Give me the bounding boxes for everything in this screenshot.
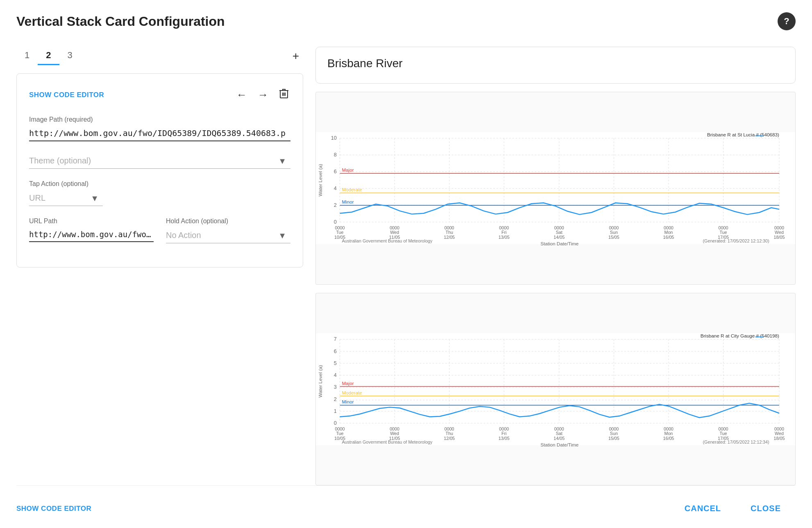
svg-text:0000: 0000: [445, 426, 454, 431]
left-panel: 1 2 3 + SHOW CODE EDITOR ← →: [16, 47, 303, 485]
svg-text:10: 10: [331, 135, 337, 141]
svg-text:4: 4: [334, 372, 337, 378]
svg-text:Mon: Mon: [664, 431, 673, 436]
svg-text:15/05: 15/05: [608, 235, 619, 240]
svg-text:13/05: 13/05: [499, 436, 510, 441]
svg-text:18/05: 18/05: [774, 436, 785, 441]
svg-text:Australian Government Bureau o: Australian Government Bureau of Meteorol…: [342, 238, 433, 243]
svg-text:7: 7: [334, 336, 337, 342]
svg-text:8: 8: [334, 152, 337, 158]
svg-text:13/05: 13/05: [499, 235, 510, 240]
tab-3[interactable]: 3: [59, 47, 81, 65]
svg-text:12/05: 12/05: [444, 235, 455, 240]
image-path-field-group: Image Path (required): [29, 116, 290, 141]
bottom-bar: SHOW CODE EDITOR CANCEL CLOSE: [16, 485, 796, 528]
svg-text:0: 0: [334, 420, 337, 426]
url-path-label: URL Path: [29, 218, 154, 225]
url-path-input[interactable]: [29, 227, 154, 242]
svg-text:0000: 0000: [719, 426, 728, 431]
svg-text:14/05: 14/05: [553, 436, 565, 441]
svg-text:15/05: 15/05: [608, 436, 619, 441]
tab-2[interactable]: 2: [38, 47, 59, 65]
svg-text:Sun: Sun: [610, 431, 618, 436]
theme-field-group: Theme (optional) ▼: [29, 153, 290, 169]
svg-text:18/05: 18/05: [774, 235, 785, 240]
svg-text:Minor: Minor: [342, 399, 354, 404]
svg-text:(Generated: 17/05/2022 12:12:3: (Generated: 17/05/2022 12:12:34): [703, 439, 769, 444]
card-editor-actions: ← →: [235, 86, 290, 104]
tab-add-button[interactable]: +: [288, 48, 303, 64]
svg-text:Wed: Wed: [775, 431, 784, 436]
url-path-field-group: URL Path: [29, 218, 154, 243]
navigate-forward-button[interactable]: →: [256, 87, 270, 103]
svg-text:0000: 0000: [664, 426, 674, 431]
svg-text:1: 1: [334, 408, 337, 414]
svg-text:5: 5: [334, 360, 337, 366]
svg-text:Moderate: Moderate: [342, 187, 362, 192]
tabs-row: 1 2 3 +: [16, 47, 303, 65]
bottom-show-code-link[interactable]: SHOW CODE EDITOR: [16, 505, 91, 513]
svg-text:Sun: Sun: [610, 230, 618, 235]
svg-text:Brisbane R at City Gauge # (54: Brisbane R at City Gauge # (540198): [701, 333, 779, 338]
svg-text:Major: Major: [342, 380, 354, 385]
svg-text:3: 3: [334, 384, 337, 390]
help-button[interactable]: ?: [778, 12, 796, 30]
svg-text:16/05: 16/05: [663, 436, 674, 441]
right-panel: Brisbane River: [315, 47, 796, 485]
svg-text:2: 2: [334, 202, 337, 208]
svg-text:0000: 0000: [774, 426, 784, 431]
svg-text:Tue: Tue: [719, 230, 727, 235]
svg-text:0000: 0000: [445, 225, 454, 230]
hold-action-select[interactable]: No Action: [166, 227, 290, 243]
svg-text:0000: 0000: [609, 225, 619, 230]
hold-action-label: Hold Action (optional): [166, 218, 290, 225]
show-code-editor-link[interactable]: SHOW CODE EDITOR: [29, 91, 104, 99]
svg-text:Mon: Mon: [664, 230, 673, 235]
image-path-label: Image Path (required): [29, 116, 290, 123]
theme-select[interactable]: Theme (optional): [29, 153, 290, 169]
svg-text:Wed: Wed: [390, 230, 399, 235]
delete-button[interactable]: [277, 86, 290, 104]
svg-text:0000: 0000: [609, 426, 619, 431]
svg-text:Brisbane R at St Lucia # (5406: Brisbane R at St Lucia # (540683): [707, 132, 779, 137]
svg-text:Moderate: Moderate: [342, 390, 362, 395]
svg-text:0000: 0000: [774, 225, 784, 230]
theme-select-wrapper: Theme (optional) ▼: [29, 153, 290, 169]
tap-action-select[interactable]: URL: [29, 190, 103, 206]
page-title: Vertical Stack Card Configuration: [16, 14, 225, 29]
tap-action-field-group: Tap Action (optional) URL ▼: [29, 180, 290, 206]
svg-text:0000: 0000: [335, 225, 345, 230]
svg-text:Fri: Fri: [501, 230, 507, 235]
svg-text:Sat: Sat: [556, 431, 563, 436]
svg-text:2: 2: [334, 396, 337, 402]
hold-action-select-wrapper: No Action ▼: [166, 227, 290, 243]
svg-text:0000: 0000: [554, 225, 564, 230]
card-editor: SHOW CODE EDITOR ← →: [16, 73, 303, 267]
navigate-back-button[interactable]: ←: [235, 87, 249, 103]
svg-text:Tue: Tue: [336, 431, 343, 436]
svg-text:Wed: Wed: [390, 431, 399, 436]
svg-text:Australian Government Bureau o: Australian Government Bureau of Meteorol…: [342, 439, 433, 444]
svg-text:Station Date/Time: Station Date/Time: [540, 442, 578, 447]
svg-text:0000: 0000: [390, 225, 399, 230]
cancel-button[interactable]: CANCEL: [670, 497, 736, 520]
tab-1[interactable]: 1: [16, 47, 38, 65]
svg-text:0000: 0000: [554, 426, 564, 431]
svg-text:Tue: Tue: [336, 230, 343, 235]
chart-1: 0 2 4 6 8 10 Major Moderate: [315, 92, 796, 285]
svg-text:Thu: Thu: [445, 431, 453, 436]
header-row: Vertical Stack Card Configuration ?: [16, 12, 796, 30]
svg-text:0000: 0000: [719, 225, 728, 230]
svg-text:Minor: Minor: [342, 199, 354, 204]
close-button[interactable]: CLOSE: [736, 497, 796, 520]
svg-text:Water Level (a): Water Level (a): [318, 164, 323, 197]
svg-text:4: 4: [334, 186, 337, 191]
preview-card-title: Brisbane River: [327, 57, 784, 70]
svg-text:Major: Major: [342, 167, 354, 172]
svg-text:6: 6: [334, 169, 337, 174]
url-hold-row: URL Path Hold Action (optional) No Actio…: [29, 218, 290, 255]
tap-action-label: Tap Action (optional): [29, 180, 290, 188]
hold-action-field-group: Hold Action (optional) No Action ▼: [166, 218, 290, 243]
image-path-input[interactable]: [29, 126, 290, 141]
svg-text:Station Date/Time: Station Date/Time: [540, 241, 578, 246]
